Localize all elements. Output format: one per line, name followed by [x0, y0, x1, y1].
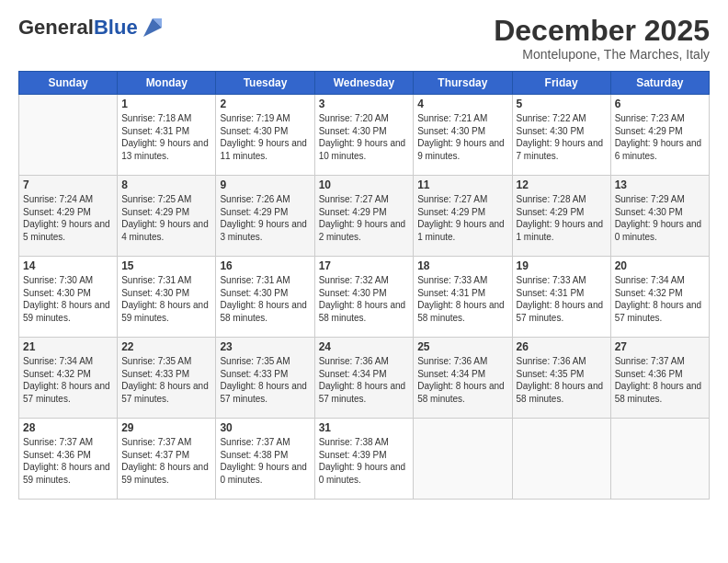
day-info: Sunrise: 7:38 AMSunset: 4:39 PMDaylight:… [319, 436, 410, 486]
page: GeneralBlue December 2025 Montelupone, T… [0, 0, 728, 509]
day-number: 19 [517, 259, 607, 272]
day-info: Sunrise: 7:33 AMSunset: 4:31 PMDaylight:… [517, 274, 607, 324]
calendar-cell: 18Sunrise: 7:33 AMSunset: 4:31 PMDayligh… [414, 257, 512, 338]
day-info: Sunrise: 7:34 AMSunset: 4:32 PMDaylight:… [615, 274, 705, 324]
calendar-cell: 14Sunrise: 7:30 AMSunset: 4:30 PMDayligh… [19, 257, 118, 338]
day-info: Sunrise: 7:36 AMSunset: 4:35 PMDaylight:… [517, 355, 607, 405]
day-info: Sunrise: 7:37 AMSunset: 4:36 PMDaylight:… [23, 436, 113, 486]
day-number: 24 [319, 340, 410, 353]
calendar-cell: 2Sunrise: 7:19 AMSunset: 4:30 PMDaylight… [216, 95, 314, 176]
day-number: 26 [517, 340, 607, 353]
calendar-cell: 22Sunrise: 7:35 AMSunset: 4:33 PMDayligh… [118, 338, 216, 419]
day-number: 16 [220, 259, 310, 272]
calendar-cell: 9Sunrise: 7:26 AMSunset: 4:29 PMDaylight… [216, 176, 314, 257]
day-info: Sunrise: 7:27 AMSunset: 4:29 PMDaylight:… [417, 193, 507, 243]
calendar-cell: 1Sunrise: 7:18 AMSunset: 4:31 PMDaylight… [118, 95, 216, 176]
day-info: Sunrise: 7:21 AMSunset: 4:30 PMDaylight:… [417, 112, 507, 162]
calendar-cell: 20Sunrise: 7:34 AMSunset: 4:32 PMDayligh… [610, 257, 709, 338]
day-number: 25 [417, 340, 507, 353]
day-number: 9 [220, 178, 310, 191]
logo-blue: Blue [94, 16, 138, 39]
calendar-header-row: SundayMondayTuesdayWednesdayThursdayFrid… [19, 72, 710, 95]
month-title: December 2025 [494, 15, 710, 47]
calendar-cell [19, 95, 118, 176]
day-info: Sunrise: 7:19 AMSunset: 4:30 PMDaylight:… [220, 112, 310, 162]
day-number: 4 [417, 98, 507, 110]
calendar-cell: 31Sunrise: 7:38 AMSunset: 4:39 PMDayligh… [314, 419, 414, 500]
logo: GeneralBlue [18, 15, 165, 40]
day-number: 28 [23, 421, 113, 434]
day-number: 12 [517, 178, 607, 191]
calendar-cell: 11Sunrise: 7:27 AMSunset: 4:29 PMDayligh… [414, 176, 512, 257]
logo-text: GeneralBlue [18, 15, 165, 40]
day-number: 11 [417, 178, 507, 191]
day-number: 27 [615, 340, 705, 353]
day-info: Sunrise: 7:18 AMSunset: 4:31 PMDaylight:… [121, 112, 211, 162]
day-number: 5 [517, 98, 607, 110]
calendar-cell: 21Sunrise: 7:34 AMSunset: 4:32 PMDayligh… [19, 338, 118, 419]
day-info: Sunrise: 7:22 AMSunset: 4:30 PMDaylight:… [517, 112, 607, 162]
day-info: Sunrise: 7:31 AMSunset: 4:30 PMDaylight:… [220, 274, 310, 324]
day-info: Sunrise: 7:26 AMSunset: 4:29 PMDaylight:… [220, 193, 310, 243]
day-info: Sunrise: 7:31 AMSunset: 4:30 PMDaylight:… [121, 274, 211, 324]
day-info: Sunrise: 7:27 AMSunset: 4:29 PMDaylight:… [319, 193, 410, 243]
calendar-cell: 25Sunrise: 7:36 AMSunset: 4:34 PMDayligh… [414, 338, 512, 419]
day-number: 1 [121, 98, 211, 110]
calendar-cell: 19Sunrise: 7:33 AMSunset: 4:31 PMDayligh… [512, 257, 610, 338]
calendar-week-row: 21Sunrise: 7:34 AMSunset: 4:32 PMDayligh… [19, 338, 710, 419]
day-number: 17 [319, 259, 410, 272]
calendar-cell: 10Sunrise: 7:27 AMSunset: 4:29 PMDayligh… [314, 176, 414, 257]
day-info: Sunrise: 7:20 AMSunset: 4:30 PMDaylight:… [319, 112, 410, 162]
day-number: 2 [220, 98, 310, 110]
day-info: Sunrise: 7:37 AMSunset: 4:37 PMDaylight:… [121, 436, 211, 486]
title-block: December 2025 Montelupone, The Marches, … [494, 15, 710, 62]
day-number: 3 [319, 98, 410, 110]
calendar-week-row: 28Sunrise: 7:37 AMSunset: 4:36 PMDayligh… [19, 419, 710, 500]
day-info: Sunrise: 7:30 AMSunset: 4:30 PMDaylight:… [23, 274, 113, 324]
day-info: Sunrise: 7:33 AMSunset: 4:31 PMDaylight:… [417, 274, 507, 324]
calendar-cell: 13Sunrise: 7:29 AMSunset: 4:30 PMDayligh… [610, 176, 709, 257]
day-number: 10 [319, 178, 410, 191]
weekday-header-wednesday: Wednesday [314, 72, 414, 95]
calendar-cell: 26Sunrise: 7:36 AMSunset: 4:35 PMDayligh… [512, 338, 610, 419]
calendar-cell: 12Sunrise: 7:28 AMSunset: 4:29 PMDayligh… [512, 176, 610, 257]
day-info: Sunrise: 7:23 AMSunset: 4:29 PMDaylight:… [615, 112, 705, 162]
day-info: Sunrise: 7:34 AMSunset: 4:32 PMDaylight:… [23, 355, 113, 405]
day-number: 8 [121, 178, 211, 191]
calendar-cell: 4Sunrise: 7:21 AMSunset: 4:30 PMDaylight… [414, 95, 512, 176]
calendar-cell: 29Sunrise: 7:37 AMSunset: 4:37 PMDayligh… [118, 419, 216, 500]
calendar: SundayMondayTuesdayWednesdayThursdayFrid… [18, 71, 710, 500]
logo-icon [140, 15, 165, 40]
logo-general: General [18, 16, 94, 39]
day-number: 13 [615, 178, 705, 191]
calendar-week-row: 1Sunrise: 7:18 AMSunset: 4:31 PMDaylight… [19, 95, 710, 176]
header: GeneralBlue December 2025 Montelupone, T… [18, 15, 710, 62]
calendar-cell: 27Sunrise: 7:37 AMSunset: 4:36 PMDayligh… [610, 338, 709, 419]
weekday-header-sunday: Sunday [19, 72, 118, 95]
day-info: Sunrise: 7:25 AMSunset: 4:29 PMDaylight:… [121, 193, 211, 243]
calendar-cell: 23Sunrise: 7:35 AMSunset: 4:33 PMDayligh… [216, 338, 314, 419]
day-number: 6 [615, 98, 705, 110]
calendar-cell: 16Sunrise: 7:31 AMSunset: 4:30 PMDayligh… [216, 257, 314, 338]
day-info: Sunrise: 7:32 AMSunset: 4:30 PMDaylight:… [319, 274, 410, 324]
calendar-cell: 15Sunrise: 7:31 AMSunset: 4:30 PMDayligh… [118, 257, 216, 338]
weekday-header-friday: Friday [512, 72, 610, 95]
day-number: 31 [319, 421, 410, 434]
day-number: 14 [23, 259, 113, 272]
day-number: 20 [615, 259, 705, 272]
weekday-header-tuesday: Tuesday [216, 72, 314, 95]
day-number: 29 [121, 421, 211, 434]
day-info: Sunrise: 7:35 AMSunset: 4:33 PMDaylight:… [220, 355, 310, 405]
calendar-cell: 24Sunrise: 7:36 AMSunset: 4:34 PMDayligh… [314, 338, 414, 419]
day-number: 22 [121, 340, 211, 353]
day-number: 7 [23, 178, 113, 191]
calendar-cell: 7Sunrise: 7:24 AMSunset: 4:29 PMDaylight… [19, 176, 118, 257]
calendar-cell [610, 419, 709, 500]
day-number: 18 [417, 259, 507, 272]
day-number: 21 [23, 340, 113, 353]
day-info: Sunrise: 7:36 AMSunset: 4:34 PMDaylight:… [319, 355, 410, 405]
calendar-cell: 6Sunrise: 7:23 AMSunset: 4:29 PMDaylight… [610, 95, 709, 176]
weekday-header-monday: Monday [118, 72, 216, 95]
calendar-week-row: 7Sunrise: 7:24 AMSunset: 4:29 PMDaylight… [19, 176, 710, 257]
day-info: Sunrise: 7:36 AMSunset: 4:34 PMDaylight:… [417, 355, 507, 405]
